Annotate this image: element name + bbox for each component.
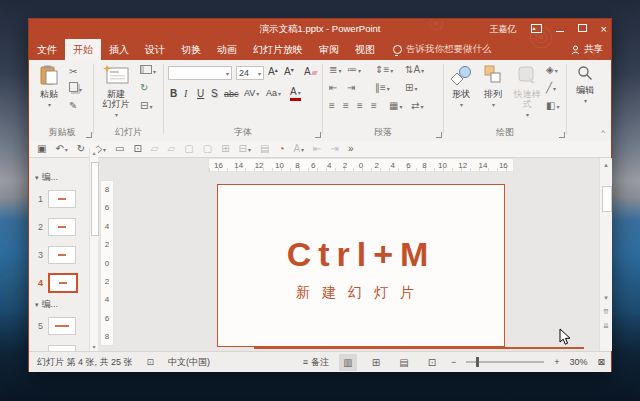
- slide-canvas[interactable]: Ctrl+M 新建幻灯片: [217, 184, 505, 347]
- zoom-slider-thumb[interactable]: [476, 357, 479, 367]
- tab-开始[interactable]: 开始: [65, 39, 101, 60]
- tab-视图[interactable]: 视图: [347, 39, 383, 60]
- panel-scroll-down-icon[interactable]: ▾: [90, 343, 98, 350]
- section-collapse-icon[interactable]: ▾: [35, 301, 39, 309]
- text-direction-icon[interactable]: ⇅A: [405, 64, 424, 77]
- tab-审阅[interactable]: 审阅: [311, 39, 347, 60]
- copy-icon[interactable]: [69, 82, 82, 96]
- grow-font-icon[interactable]: A▴: [268, 66, 278, 77]
- shape-effects-icon[interactable]: ◧: [546, 100, 559, 113]
- language-indicator[interactable]: 中文(中国): [168, 356, 210, 369]
- panel-scroll-thumb[interactable]: [91, 162, 99, 236]
- undo-icon[interactable]: ↶: [55, 142, 67, 157]
- tab-插入[interactable]: 插入: [101, 39, 137, 60]
- textbox-icon[interactable]: ▭: [115, 142, 124, 156]
- account-name[interactable]: 王嘉亿: [490, 23, 517, 36]
- decrease-indent-icon[interactable]: ⇤: [329, 82, 337, 94]
- text-shadow-button[interactable]: S: [211, 88, 218, 99]
- scroll-thumb[interactable]: [602, 186, 612, 212]
- maximize-icon[interactable]: [578, 24, 587, 34]
- slide-thumbnail-3[interactable]: 3: [29, 241, 89, 269]
- increase-indent-icon[interactable]: ⇥: [347, 82, 355, 94]
- shape-fill-icon[interactable]: ◈: [546, 64, 558, 77]
- section-header[interactable]: ▾编...: [29, 297, 89, 312]
- underline-button[interactable]: U: [197, 88, 204, 99]
- tab-幻灯片放映[interactable]: 幻灯片放映: [245, 39, 311, 60]
- slide-thumbnail-2[interactable]: 2: [29, 213, 89, 241]
- scroll-up-icon[interactable]: ▴: [600, 161, 612, 169]
- format-painter-icon[interactable]: ✎: [69, 100, 77, 112]
- editing-button[interactable]: 编辑: [571, 65, 599, 105]
- thumbnail-preview[interactable]: [48, 218, 76, 236]
- tab-文件[interactable]: 文件: [29, 39, 65, 60]
- arrange-button[interactable]: 排列: [478, 65, 508, 109]
- minimize-icon[interactable]: [556, 25, 564, 34]
- line-spacing-icon[interactable]: ⇕≡: [375, 64, 393, 77]
- character-spacing-button[interactable]: AV: [244, 88, 259, 98]
- paste-button[interactable]: 粘贴: [35, 65, 63, 109]
- thumbnail-preview[interactable]: [48, 190, 76, 208]
- slide-sorter-view-button[interactable]: ⊞: [367, 354, 385, 371]
- clipboard-dialog-launcher[interactable]: [86, 132, 92, 138]
- slide-thumbnail-1[interactable]: 1: [29, 185, 89, 213]
- clear-formatting-icon[interactable]: A: [304, 66, 317, 77]
- font-color-button[interactable]: A: [290, 87, 301, 101]
- thumbnail-preview[interactable]: [48, 317, 76, 335]
- thumbnail-preview[interactable]: [48, 273, 78, 293]
- shapes-button[interactable]: 形状: [446, 65, 476, 109]
- font-dialog-launcher[interactable]: [315, 132, 321, 138]
- panel-scroll-up-icon[interactable]: ▴: [90, 149, 98, 156]
- drawing-dialog-launcher[interactable]: [559, 132, 565, 138]
- numbering-icon[interactable]: ≔: [347, 64, 361, 77]
- zoom-in-button[interactable]: +: [554, 357, 559, 367]
- slideshow-view-button[interactable]: ⊡: [423, 354, 441, 371]
- normal-view-button[interactable]: ▥: [339, 354, 357, 371]
- slide-thumbnail-4[interactable]: 4: [29, 269, 89, 297]
- notes-button[interactable]: ≡备注: [303, 356, 329, 369]
- bold-button[interactable]: B: [170, 88, 177, 99]
- next-slide-icon[interactable]: ⇊: [600, 322, 612, 330]
- align-right-icon[interactable]: ≡: [357, 100, 363, 112]
- fit-to-window-icon[interactable]: ⊠: [597, 357, 605, 367]
- paragraph-dialog-launcher[interactable]: [436, 132, 442, 138]
- animation-painter-icon[interactable]: ◔: [278, 142, 284, 156]
- zoom-percentage[interactable]: 30%: [569, 357, 587, 367]
- close-icon[interactable]: ×: [601, 25, 607, 34]
- collapse-ribbon-icon[interactable]: ^: [601, 128, 605, 137]
- align-text-icon[interactable]: ⊞: [405, 82, 417, 95]
- new-slide-button[interactable]: 新建幻灯片: [98, 65, 134, 119]
- tab-切换[interactable]: 切换: [173, 39, 209, 60]
- vertical-scrollbar[interactable]: ▴ ▾ ⇈ ⇊: [599, 158, 612, 351]
- ribbon-display-options-icon[interactable]: [531, 24, 542, 35]
- tell-me-box[interactable]: 告诉我你想要做什么: [383, 39, 492, 60]
- quick-styles-button[interactable]: 快速样式: [510, 65, 544, 119]
- slide-thumbnail-6[interactable]: 6: [29, 340, 89, 351]
- accessibility-icon[interactable]: ⊡: [147, 357, 155, 367]
- section-header[interactable]: ▾编...: [29, 170, 89, 185]
- slide-layout-icon[interactable]: [140, 65, 156, 78]
- reading-view-button[interactable]: ▤: [395, 354, 413, 371]
- section-icon[interactable]: ⊟: [140, 100, 152, 113]
- redo-icon[interactable]: ↻: [77, 142, 85, 156]
- previous-slide-icon[interactable]: ⇈: [600, 308, 612, 316]
- cut-icon[interactable]: ✂: [69, 66, 77, 78]
- tab-动画[interactable]: 动画: [209, 39, 245, 60]
- section-collapse-icon[interactable]: ▾: [35, 174, 39, 182]
- font-name-combo[interactable]: ▾: [168, 66, 232, 80]
- columns-icon[interactable]: ∥≡: [375, 82, 390, 95]
- shrink-font-icon[interactable]: A▾: [284, 66, 294, 77]
- shape-outline-icon[interactable]: ╱: [546, 82, 556, 95]
- justify-icon[interactable]: ≡: [371, 100, 377, 112]
- convert-smartart-icon[interactable]: ▦: [389, 100, 402, 113]
- slide-thumbnail-5[interactable]: 5: [29, 312, 89, 340]
- strikethrough-button[interactable]: abc: [224, 89, 239, 99]
- reset-slide-icon[interactable]: ↻: [140, 82, 148, 94]
- zoom-out-button[interactable]: −: [451, 357, 456, 367]
- thumbnail-preview[interactable]: [48, 246, 76, 264]
- bullets-icon[interactable]: ≣: [329, 64, 341, 77]
- font-size-combo[interactable]: 24▾: [236, 66, 264, 80]
- start-slideshow-icon[interactable]: ⊡: [133, 142, 141, 156]
- panel-scrollbar[interactable]: ▴ ▾: [89, 148, 98, 351]
- align-left-icon[interactable]: ≡: [329, 100, 335, 112]
- change-case-button[interactable]: Aa: [266, 88, 281, 98]
